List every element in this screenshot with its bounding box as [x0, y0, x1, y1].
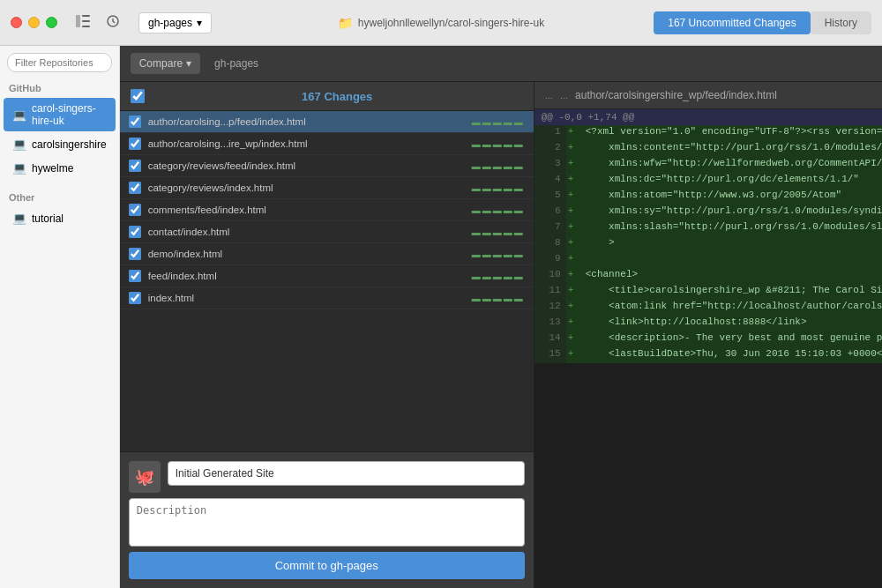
chevron-down-icon: ▾	[186, 57, 191, 70]
svg-rect-2	[82, 20, 90, 22]
file-status-dots: ▬▬▬▬▬	[472, 227, 525, 237]
avatar: 🐙	[129, 461, 161, 493]
file-status-dots: ▬▬▬▬▬	[472, 183, 525, 193]
repo-icon: 💻	[12, 212, 26, 225]
file-checkbox[interactable]	[129, 270, 141, 282]
line-number: 7	[534, 220, 566, 236]
branch-name: gh-pages	[148, 17, 192, 29]
compare-button[interactable]: Compare ▾	[131, 53, 200, 74]
file-checkbox[interactable]	[129, 248, 141, 260]
file-status-dots: ▬▬▬▬▬	[472, 249, 525, 259]
file-name: demo/index.html	[148, 249, 465, 259]
diff-separator: @@ -0,0 +1,74 @@	[534, 109, 882, 125]
changes-header: 167 Changes	[120, 82, 534, 111]
svg-rect-3	[82, 26, 90, 27]
file-name: author/carolsing...ire_wp/index.html	[148, 138, 465, 149]
diff-line: 7 + xmlns:slash="http://purl.org/rss/1.0…	[534, 220, 882, 236]
tab-history[interactable]: History	[811, 11, 871, 34]
svg-rect-0	[76, 15, 80, 27]
table-row[interactable]: index.html ▬▬▬▬▬	[120, 287, 534, 309]
file-name: category/reviews/index.html	[148, 182, 465, 193]
close-button[interactable]	[11, 17, 22, 28]
diff-line: 15 + <lastBuildDate>Thu, 30 Jun 2016 15:…	[534, 347, 882, 363]
diff-header: ... ... author/carolsingershire_wp/feed/…	[534, 82, 882, 109]
file-list: author/carolsing...p/feed/index.html ▬▬▬…	[120, 111, 534, 451]
diff-line: 5 + xmlns:atom="http://www.w3.org/2005/A…	[534, 189, 882, 205]
sidebar-item-label: carol-singers-hire-uk	[32, 102, 107, 127]
file-name: author/carolsing...p/feed/index.html	[148, 116, 465, 127]
content-topbar: Compare ▾ gh-pages ↻ Sync	[120, 46, 882, 82]
maximize-button[interactable]	[46, 17, 57, 28]
file-checkbox[interactable]	[129, 204, 141, 216]
line-code: xmlns:atom="http://www.w3.org/2005/Atom"	[580, 189, 882, 205]
content-area: Compare ▾ gh-pages ↻ Sync 167 Changes	[120, 46, 882, 588]
table-row[interactable]: demo/index.html ▬▬▬▬▬	[120, 243, 534, 265]
history-toggle-button[interactable]	[101, 11, 124, 33]
commit-description-input[interactable]	[129, 498, 525, 547]
titlebar: gh-pages ▾ 📁 hyweljohnllewellyn/carol-si…	[0, 0, 882, 46]
file-checkbox[interactable]	[129, 292, 141, 304]
file-status-dots: ▬▬▬▬▬	[472, 117, 525, 127]
chevron-down-icon: ▾	[197, 17, 202, 29]
sidebar-item-label: hywelme	[32, 162, 73, 175]
sidebar-toggle-button[interactable]	[71, 11, 94, 33]
line-number: 2	[534, 141, 566, 157]
file-status-dots: ▬▬▬▬▬	[472, 294, 525, 303]
line-number: 6	[534, 205, 566, 220]
line-code	[580, 252, 882, 268]
diff-line: 14 + <description>- The very best and mo…	[534, 331, 882, 347]
diff-content: @@ -0,0 +1,74 @@ 1 + <?xml version="1.0"…	[534, 109, 882, 588]
line-number: 8	[534, 236, 566, 252]
line-code: xmlns:sy="http://purl.org/rss/1.0/module…	[580, 205, 882, 220]
file-name: comments/feed/index.html	[148, 205, 465, 215]
file-checkbox[interactable]	[129, 115, 141, 128]
diff-nav-left[interactable]: ...	[545, 90, 553, 100]
table-row[interactable]: author/carolsing...ire_wp/index.html ▬▬▬…	[120, 133, 534, 155]
file-checkbox[interactable]	[129, 160, 141, 172]
commit-button[interactable]: Commit to gh-pages	[129, 552, 525, 579]
sidebar-item-hywelme[interactable]: 💻 hywelme	[4, 157, 116, 179]
sidebar-item-label: tutorial	[32, 212, 64, 225]
select-all-checkbox[interactable]	[131, 89, 145, 103]
diff-line: 9 +	[534, 252, 882, 268]
line-number: 14	[534, 331, 566, 347]
diff-line: 11 + <title>carolsingershire_wp &#8211; …	[534, 284, 882, 300]
branch-selector[interactable]: gh-pages ▾	[138, 12, 212, 33]
line-number: 11	[534, 284, 566, 300]
table-row[interactable]: category/reviews/feed/index.html ▬▬▬▬▬	[120, 155, 534, 177]
search-input[interactable]	[7, 53, 112, 72]
line-code: xmlns:dc="http://purl.org/dc/elements/1.…	[580, 173, 882, 189]
line-code: <link>http://localhost:8888</link>	[580, 316, 882, 331]
diff-line: 6 + xmlns:sy="http://purl.org/rss/1.0/mo…	[534, 205, 882, 220]
commit-message-input[interactable]	[168, 461, 525, 486]
diff-line: 12 + <atom:link href="http://localhost/a…	[534, 300, 882, 316]
sidebar-item-carol-singers[interactable]: 💻 carol-singers-hire-uk	[4, 98, 116, 131]
table-row[interactable]: category/reviews/index.html ▬▬▬▬▬	[120, 177, 534, 199]
file-status-dots: ▬▬▬▬▬	[472, 139, 525, 149]
folder-icon: 📁	[338, 16, 353, 30]
file-checkbox[interactable]	[129, 226, 141, 238]
minimize-button[interactable]	[28, 17, 40, 28]
changes-list: 167 Changes author/carolsing...p/feed/in…	[120, 82, 534, 588]
table-row[interactable]: feed/index.html ▬▬▬▬▬	[120, 265, 534, 287]
file-checkbox[interactable]	[129, 182, 141, 194]
line-code: <channel>	[580, 268, 882, 284]
diff-line: 4 + xmlns:dc="http://purl.org/dc/element…	[534, 173, 882, 189]
table-row[interactable]: comments/feed/index.html ▬▬▬▬▬	[120, 199, 534, 221]
window-controls	[11, 17, 57, 28]
line-code: <title>carolsingershire_wp &#8211; The C…	[580, 284, 882, 300]
line-code: xmlns:content="http://purl.org/rss/1.0/m…	[580, 141, 882, 157]
file-checkbox[interactable]	[129, 138, 141, 150]
sidebar-item-carolsingershire[interactable]: 💻 carolsingershire	[4, 133, 116, 155]
line-number: 15	[534, 347, 566, 363]
commit-top: 🐙	[129, 461, 525, 493]
line-number: 12	[534, 300, 566, 316]
line-number: 1	[534, 125, 566, 141]
sidebar-item-tutorial[interactable]: 💻 tutorial	[4, 207, 116, 229]
diff-nav-right[interactable]: ...	[560, 90, 568, 100]
table-row[interactable]: author/carolsing...p/feed/index.html ▬▬▬…	[120, 111, 534, 133]
tab-group: 167 Uncommitted Changes History	[654, 11, 871, 34]
table-row[interactable]: contact/index.html ▬▬▬▬▬	[120, 221, 534, 243]
diff-line: 8 + >	[534, 236, 882, 252]
tab-uncommitted[interactable]: 167 Uncommitted Changes	[654, 11, 810, 34]
